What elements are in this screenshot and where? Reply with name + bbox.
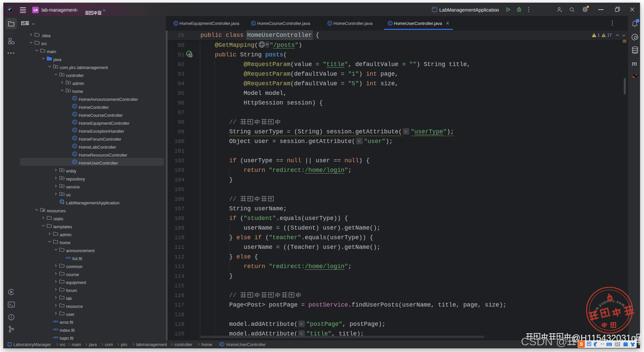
svg-text:C: C xyxy=(74,112,76,116)
svg-text:C: C xyxy=(252,21,255,25)
svg-text:C: C xyxy=(74,96,76,100)
svg-text:C: C xyxy=(74,144,76,148)
svg-text:C: C xyxy=(74,120,76,124)
svg-text:C: C xyxy=(74,160,76,164)
svg-text:<#>: <#> xyxy=(53,336,58,339)
svg-text:<#>: <#> xyxy=(53,328,58,331)
svg-text:C: C xyxy=(389,21,392,25)
svg-text:C: C xyxy=(221,343,223,346)
svg-text:C: C xyxy=(74,152,76,156)
svg-text:C: C xyxy=(74,136,76,140)
svg-text:C: C xyxy=(74,104,76,108)
svg-text:<#>: <#> xyxy=(66,256,71,260)
svg-text:<#>: <#> xyxy=(53,320,58,323)
svg-text:C: C xyxy=(175,21,177,25)
svg-text:C: C xyxy=(74,128,76,132)
svg-text:C: C xyxy=(329,21,331,25)
